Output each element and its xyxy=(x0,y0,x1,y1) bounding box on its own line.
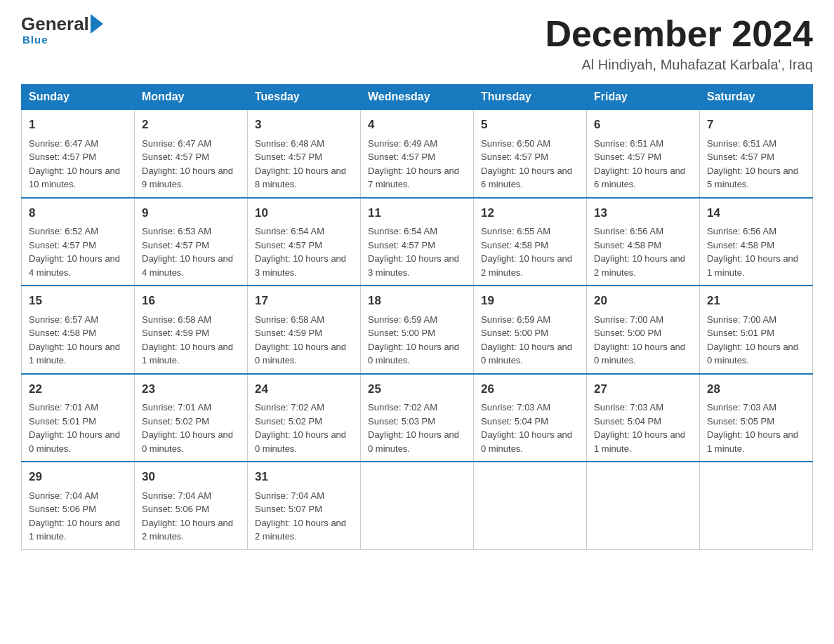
day-info: Sunrise: 6:53 AMSunset: 4:57 PMDaylight:… xyxy=(142,226,233,278)
day-number: 11 xyxy=(368,204,466,222)
header-tuesday: Tuesday xyxy=(248,85,361,110)
day-info: Sunrise: 6:49 AMSunset: 4:57 PMDaylight:… xyxy=(368,138,459,190)
calendar-cell: 14Sunrise: 6:56 AMSunset: 4:58 PMDayligh… xyxy=(700,198,813,286)
day-number: 17 xyxy=(255,292,353,310)
day-info: Sunrise: 7:00 AMSunset: 5:01 PMDaylight:… xyxy=(707,314,798,366)
day-info: Sunrise: 7:04 AMSunset: 5:06 PMDaylight:… xyxy=(29,490,120,542)
day-info: Sunrise: 6:55 AMSunset: 4:58 PMDaylight:… xyxy=(481,226,572,278)
day-info: Sunrise: 7:00 AMSunset: 5:00 PMDaylight:… xyxy=(594,314,685,366)
day-info: Sunrise: 6:47 AMSunset: 4:57 PMDaylight:… xyxy=(29,138,120,190)
day-info: Sunrise: 7:03 AMSunset: 5:05 PMDaylight:… xyxy=(707,402,798,454)
day-number: 8 xyxy=(29,204,127,222)
logo: General Blue xyxy=(21,14,103,46)
calendar-cell xyxy=(587,462,700,549)
calendar-table: SundayMondayTuesdayWednesdayThursdayFrid… xyxy=(21,84,813,550)
day-number: 27 xyxy=(594,380,692,398)
calendar-cell: 31Sunrise: 7:04 AMSunset: 5:07 PMDayligh… xyxy=(248,462,361,549)
calendar-cell: 13Sunrise: 6:56 AMSunset: 4:58 PMDayligh… xyxy=(587,198,700,286)
day-info: Sunrise: 6:58 AMSunset: 4:59 PMDaylight:… xyxy=(255,314,346,366)
day-number: 24 xyxy=(255,380,353,398)
day-number: 10 xyxy=(255,204,353,222)
day-number: 31 xyxy=(255,468,353,486)
day-info: Sunrise: 6:57 AMSunset: 4:58 PMDaylight:… xyxy=(29,314,120,366)
week-row-1: 1Sunrise: 6:47 AMSunset: 4:57 PMDaylight… xyxy=(22,109,813,198)
calendar-cell: 23Sunrise: 7:01 AMSunset: 5:02 PMDayligh… xyxy=(135,374,248,462)
day-info: Sunrise: 6:51 AMSunset: 4:57 PMDaylight:… xyxy=(707,138,798,190)
day-number: 15 xyxy=(29,292,127,310)
day-number: 25 xyxy=(368,380,466,398)
day-info: Sunrise: 7:03 AMSunset: 5:04 PMDaylight:… xyxy=(594,402,685,454)
day-info: Sunrise: 7:04 AMSunset: 5:06 PMDaylight:… xyxy=(142,490,233,542)
day-number: 2 xyxy=(142,116,240,134)
calendar-cell: 20Sunrise: 7:00 AMSunset: 5:00 PMDayligh… xyxy=(587,286,700,374)
calendar-cell: 5Sunrise: 6:50 AMSunset: 4:57 PMDaylight… xyxy=(474,109,587,198)
day-number: 1 xyxy=(29,116,127,134)
week-row-3: 15Sunrise: 6:57 AMSunset: 4:58 PMDayligh… xyxy=(22,286,813,374)
day-number: 4 xyxy=(368,116,466,134)
header-thursday: Thursday xyxy=(474,85,587,110)
calendar-cell: 19Sunrise: 6:59 AMSunset: 5:00 PMDayligh… xyxy=(474,286,587,374)
calendar-cell: 29Sunrise: 7:04 AMSunset: 5:06 PMDayligh… xyxy=(22,462,135,549)
day-number: 3 xyxy=(255,116,353,134)
calendar-cell: 4Sunrise: 6:49 AMSunset: 4:57 PMDaylight… xyxy=(361,109,474,198)
day-info: Sunrise: 6:59 AMSunset: 5:00 PMDaylight:… xyxy=(368,314,459,366)
header-saturday: Saturday xyxy=(700,85,813,110)
location-subtitle: Al Hindiyah, Muhafazat Karbala', Iraq xyxy=(545,57,813,73)
day-number: 30 xyxy=(142,468,240,486)
day-number: 18 xyxy=(368,292,466,310)
logo-arrow-icon xyxy=(91,14,103,34)
logo-general-text: General xyxy=(21,15,89,33)
calendar-cell: 30Sunrise: 7:04 AMSunset: 5:06 PMDayligh… xyxy=(135,462,248,549)
day-info: Sunrise: 6:54 AMSunset: 4:57 PMDaylight:… xyxy=(368,226,459,278)
calendar-cell: 16Sunrise: 6:58 AMSunset: 4:59 PMDayligh… xyxy=(135,286,248,374)
month-title: December 2024 xyxy=(545,14,813,54)
page-header: General Blue December 2024 Al Hindiyah, … xyxy=(21,14,813,73)
day-info: Sunrise: 7:02 AMSunset: 5:02 PMDaylight:… xyxy=(255,402,346,454)
day-info: Sunrise: 7:01 AMSunset: 5:02 PMDaylight:… xyxy=(142,402,233,454)
calendar-cell: 21Sunrise: 7:00 AMSunset: 5:01 PMDayligh… xyxy=(700,286,813,374)
calendar-cell: 17Sunrise: 6:58 AMSunset: 4:59 PMDayligh… xyxy=(248,286,361,374)
calendar-cell xyxy=(474,462,587,549)
header-friday: Friday xyxy=(587,85,700,110)
calendar-cell: 18Sunrise: 6:59 AMSunset: 5:00 PMDayligh… xyxy=(361,286,474,374)
logo-blue-text: Blue xyxy=(22,34,48,46)
weekday-header-row: SundayMondayTuesdayWednesdayThursdayFrid… xyxy=(22,85,813,110)
day-number: 5 xyxy=(481,116,579,134)
day-info: Sunrise: 6:59 AMSunset: 5:00 PMDaylight:… xyxy=(481,314,572,366)
day-info: Sunrise: 6:50 AMSunset: 4:57 PMDaylight:… xyxy=(481,138,572,190)
day-number: 13 xyxy=(594,204,692,222)
week-row-2: 8Sunrise: 6:52 AMSunset: 4:57 PMDaylight… xyxy=(22,198,813,286)
day-info: Sunrise: 7:01 AMSunset: 5:01 PMDaylight:… xyxy=(29,402,120,454)
day-info: Sunrise: 7:04 AMSunset: 5:07 PMDaylight:… xyxy=(255,490,346,542)
day-number: 12 xyxy=(481,204,579,222)
header-sunday: Sunday xyxy=(22,85,135,110)
day-number: 16 xyxy=(142,292,240,310)
calendar-cell: 15Sunrise: 6:57 AMSunset: 4:58 PMDayligh… xyxy=(22,286,135,374)
week-row-4: 22Sunrise: 7:01 AMSunset: 5:01 PMDayligh… xyxy=(22,374,813,462)
day-number: 14 xyxy=(707,204,805,222)
calendar-cell: 3Sunrise: 6:48 AMSunset: 4:57 PMDaylight… xyxy=(248,109,361,198)
day-info: Sunrise: 6:48 AMSunset: 4:57 PMDaylight:… xyxy=(255,138,346,190)
day-number: 28 xyxy=(707,380,805,398)
calendar-cell: 12Sunrise: 6:55 AMSunset: 4:58 PMDayligh… xyxy=(474,198,587,286)
week-row-5: 29Sunrise: 7:04 AMSunset: 5:06 PMDayligh… xyxy=(22,462,813,549)
day-number: 23 xyxy=(142,380,240,398)
calendar-cell: 1Sunrise: 6:47 AMSunset: 4:57 PMDaylight… xyxy=(22,109,135,198)
day-info: Sunrise: 6:51 AMSunset: 4:57 PMDaylight:… xyxy=(594,138,685,190)
calendar-cell: 25Sunrise: 7:02 AMSunset: 5:03 PMDayligh… xyxy=(361,374,474,462)
day-number: 21 xyxy=(707,292,805,310)
title-block: December 2024 Al Hindiyah, Muhafazat Kar… xyxy=(545,14,813,73)
calendar-cell: 27Sunrise: 7:03 AMSunset: 5:04 PMDayligh… xyxy=(587,374,700,462)
day-number: 26 xyxy=(481,380,579,398)
day-info: Sunrise: 6:58 AMSunset: 4:59 PMDaylight:… xyxy=(142,314,233,366)
calendar-cell: 24Sunrise: 7:02 AMSunset: 5:02 PMDayligh… xyxy=(248,374,361,462)
day-number: 9 xyxy=(142,204,240,222)
calendar-cell: 7Sunrise: 6:51 AMSunset: 4:57 PMDaylight… xyxy=(700,109,813,198)
calendar-cell: 9Sunrise: 6:53 AMSunset: 4:57 PMDaylight… xyxy=(135,198,248,286)
calendar-cell: 10Sunrise: 6:54 AMSunset: 4:57 PMDayligh… xyxy=(248,198,361,286)
calendar-cell: 28Sunrise: 7:03 AMSunset: 5:05 PMDayligh… xyxy=(700,374,813,462)
day-number: 22 xyxy=(29,380,127,398)
day-number: 7 xyxy=(707,116,805,134)
day-number: 6 xyxy=(594,116,692,134)
header-monday: Monday xyxy=(135,85,248,110)
